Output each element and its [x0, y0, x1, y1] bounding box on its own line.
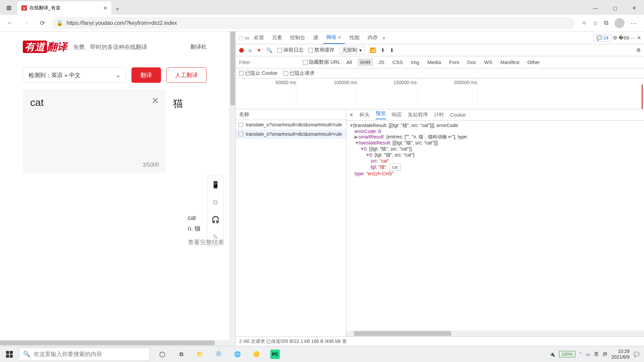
- filter-img[interactable]: Img: [409, 58, 422, 66]
- detail-tab-response[interactable]: 响应: [392, 112, 402, 118]
- menu-icon[interactable]: ⋯: [631, 19, 637, 27]
- battery-indicator[interactable]: 100%: [559, 351, 575, 357]
- nav-reload-button[interactable]: ⟳: [36, 16, 49, 30]
- upload-icon[interactable]: ⬆: [381, 47, 385, 53]
- close-icon[interactable]: ✕: [338, 35, 341, 40]
- filter-js[interactable]: JS: [376, 58, 387, 66]
- tab-actions-icon[interactable]: ▥: [0, 0, 17, 15]
- nav-back-button[interactable]: ←: [3, 16, 17, 30]
- ime-lang[interactable]: 英: [594, 351, 599, 357]
- blocked-request-checkbox[interactable]: 已阻止请求: [283, 70, 315, 76]
- filter-input[interactable]: [239, 59, 300, 65]
- filter-all[interactable]: All: [344, 58, 354, 66]
- filter-media[interactable]: Media: [425, 58, 443, 66]
- detail-tab-cookies[interactable]: Cookie: [450, 112, 466, 118]
- request-row[interactable]: translate_o?smartresult=dict&smartresult…: [236, 120, 346, 129]
- detail-tab-initiator[interactable]: 发起程序: [408, 112, 428, 118]
- clear-input-icon[interactable]: ✕: [152, 96, 159, 106]
- search-icon[interactable]: 🔍: [266, 47, 273, 53]
- window-minimize-button[interactable]: —: [586, 1, 605, 15]
- collections-icon[interactable]: ⧉: [604, 19, 608, 26]
- translate-button[interactable]: 翻译: [131, 67, 161, 83]
- tab-console[interactable]: 控制台: [287, 32, 309, 44]
- blocked-cookie-checkbox[interactable]: 已阻止 Cookie: [239, 70, 277, 76]
- detail-close-icon[interactable]: ✕: [349, 112, 354, 118]
- new-tab-button[interactable]: ＋: [111, 3, 123, 15]
- more-tabs-icon[interactable]: »: [382, 35, 385, 41]
- record-button[interactable]: [239, 48, 244, 53]
- mobile-icon[interactable]: 📱: [208, 176, 223, 193]
- filter-ws[interactable]: WS: [482, 58, 494, 66]
- shopping-icon[interactable]: ✧: [582, 19, 587, 27]
- devtools-close-icon[interactable]: ✕: [637, 35, 641, 41]
- issues-badge[interactable]: 💬 24: [593, 34, 612, 42]
- nav-link-translator[interactable]: 翻译机: [191, 44, 207, 51]
- throttle-select[interactable]: 无限制 ▾: [339, 46, 365, 54]
- ime-mode[interactable]: 拼: [603, 351, 607, 357]
- filter-css[interactable]: CSS: [390, 58, 405, 66]
- tab-close-icon[interactable]: ✕: [103, 5, 107, 11]
- tagline: 免费、即时的多语种在线翻译: [73, 43, 147, 51]
- detail-tab-headers[interactable]: 标头: [360, 112, 370, 118]
- window-close-button[interactable]: ✕: [625, 1, 644, 15]
- source-text-input[interactable]: cat ✕ 3/5000: [23, 89, 166, 173]
- human-translate-button[interactable]: 人工翻译: [166, 67, 207, 83]
- detail-tabs: ✕ 标头 预览 响应 发起程序 计时 Cookie: [346, 109, 644, 121]
- browser-tab[interactable]: y 在线翻译_有道 ✕: [17, 1, 111, 15]
- download-icon[interactable]: ⬇: [390, 47, 394, 53]
- kebab-icon[interactable]: ⋯: [631, 35, 636, 41]
- power-icon[interactable]: 🔌: [549, 352, 555, 357]
- wifi-icon[interactable]: 📶: [370, 47, 376, 53]
- request-row[interactable]: translate_o?smartresult=dict&smartresult…: [236, 129, 346, 139]
- tab-sources[interactable]: 源: [310, 32, 322, 44]
- device-icon[interactable]: ▭: [245, 35, 249, 41]
- tab-network[interactable]: 网络✕: [323, 32, 345, 44]
- taskbar-search-input[interactable]: 🔍 在这里输入你要搜索的内容: [19, 348, 150, 361]
- page-vertical-scrollbar[interactable]: [229, 32, 235, 346]
- taskbar-clock[interactable]: 10:29 2021/6/9: [611, 349, 630, 360]
- favorites-icon[interactable]: ☆: [593, 19, 598, 27]
- profile-avatar[interactable]: [614, 18, 625, 28]
- disable-cache-checkbox[interactable]: 禁用缓存: [308, 47, 334, 53]
- tray-chevron-icon[interactable]: ˄: [579, 352, 582, 357]
- pycharm-icon[interactable]: PC: [270, 350, 280, 359]
- filter-font[interactable]: Font: [447, 58, 462, 66]
- tab-performance[interactable]: 性能: [346, 32, 363, 44]
- inspect-icon[interactable]: ⬚: [238, 35, 243, 41]
- preserve-log-checkbox[interactable]: 保留日志: [277, 47, 304, 53]
- detail-horizontal-scrollbar[interactable]: [346, 330, 644, 337]
- page-horizontal-scrollbar[interactable]: [0, 340, 229, 346]
- explorer-icon[interactable]: 📁: [195, 350, 205, 359]
- network-tray-icon[interactable]: ▭: [586, 352, 590, 357]
- clear-icon[interactable]: ⦸: [249, 47, 252, 53]
- filter-other[interactable]: Other: [525, 58, 542, 66]
- cortana-icon[interactable]: ◯: [158, 350, 167, 359]
- network-settings-icon[interactable]: ⚙: [636, 47, 641, 53]
- preview-body[interactable]: ▼{translateResult: [[{tgt: "猫", src: "ca…: [346, 121, 644, 330]
- view-full-link[interactable]: 查看完整结果: [188, 237, 224, 248]
- copy-icon[interactable]: ⧉: [208, 193, 223, 211]
- language-select[interactable]: 检测到：英语 » 中文 ⌄: [23, 67, 126, 83]
- url-input[interactable]: 🔒 https://fanyi.youdao.com/?keyfrom=dict…: [52, 17, 575, 29]
- filter-doc[interactable]: Doc: [465, 58, 479, 66]
- tab-elements[interactable]: 元素: [269, 32, 285, 44]
- tab-welcome[interactable]: 欢迎: [251, 32, 267, 44]
- gear-icon[interactable]: ⚙: [613, 35, 617, 41]
- activity-icon[interactable]: �88: [619, 35, 629, 41]
- edge-icon[interactable]: 🌐: [233, 350, 242, 359]
- filter-xhr[interactable]: XHR: [358, 58, 373, 66]
- detail-tab-preview[interactable]: 预览: [376, 110, 386, 119]
- taskview-icon[interactable]: ⧉: [176, 350, 186, 359]
- hide-data-url-checkbox[interactable]: 隐藏数据 URL: [303, 59, 340, 65]
- tab-memory[interactable]: 内存: [364, 32, 381, 44]
- edge-legacy-icon[interactable]: ⓔ: [214, 350, 223, 359]
- start-button[interactable]: [0, 346, 19, 362]
- site-logo[interactable]: 有道翻译: [23, 40, 67, 54]
- filter-funnel-icon[interactable]: ▼: [257, 47, 262, 53]
- detail-tab-timing[interactable]: 计时: [434, 112, 444, 118]
- network-waterfall[interactable]: 50000 ms 100000 ms 150000 ms 200000 ms: [236, 78, 644, 109]
- notifications-icon[interactable]: 💬: [634, 352, 639, 357]
- chrome-icon[interactable]: 🟡: [252, 350, 261, 359]
- window-maximize-button[interactable]: ▢: [605, 1, 625, 15]
- filter-manifest[interactable]: Manifest: [498, 58, 522, 66]
